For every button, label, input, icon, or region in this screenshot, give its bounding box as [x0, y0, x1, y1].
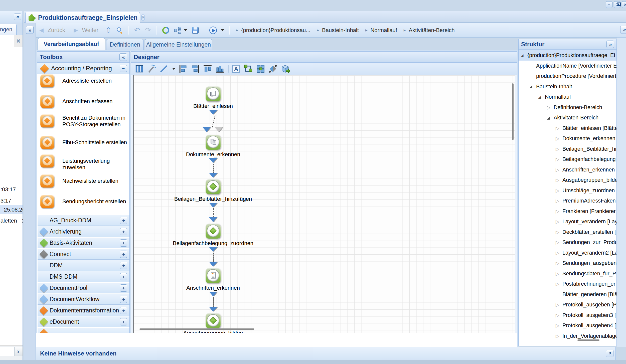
expanded-icon[interactable]: ◢	[547, 116, 554, 120]
close-button[interactable]: ×	[622, 1, 626, 8]
connector-out-icon[interactable]	[209, 203, 217, 208]
collapsed-icon[interactable]: ▷	[556, 156, 562, 162]
collapsed-icon[interactable]: ▷	[556, 146, 562, 152]
collapsed-icon[interactable]: ▷	[556, 323, 562, 328]
tree-item-umschl-ge-zuordnen[interactable]: ▷Umschläge_zuordnen	[519, 186, 616, 196]
tree-item-definitionen-bereich[interactable]: ▷Definitionen-Bereich	[519, 102, 616, 113]
document-tab[interactable]: Produktionsauftraege_Einspielen ×	[25, 12, 140, 23]
toolbox-group-dms-ddm[interactable]: DMS-DDM+	[38, 271, 129, 282]
horizontal-scrollbar[interactable]	[139, 328, 254, 330]
tree-item-baustein-inhalt[interactable]: ◢Baustein-Inhalt	[519, 82, 616, 92]
tab-allgemeine-einstellungen[interactable]: Allgemeine Einstellungen	[145, 39, 212, 50]
expand-group-button[interactable]: +	[120, 251, 127, 258]
connector-out-icon[interactable]	[209, 292, 217, 296]
expand-group-button[interactable]: +	[120, 262, 127, 269]
line-tool-icon[interactable]	[159, 64, 169, 74]
breadcrumb-item[interactable]: ▸Baustein-Inhalt	[317, 27, 359, 34]
toolbox-group-archivierung[interactable]: Archivierung+	[38, 226, 129, 237]
grid-layout-icon[interactable]	[256, 64, 266, 74]
transform-icon[interactable]	[268, 64, 278, 74]
tree-item-aktivit-ten-bereich[interactable]: ◢Aktivitäten-Bereich	[519, 113, 616, 123]
left-window-dropdown-button[interactable]: »	[15, 347, 23, 356]
collapsed-icon[interactable]: ▷	[556, 209, 562, 214]
collapsed-icon[interactable]: ▷	[556, 219, 562, 225]
hint-expand-button[interactable]: »	[606, 350, 613, 357]
run-icon[interactable]	[209, 27, 217, 34]
workflow-node-beilagenfachbelegung-zuordnen[interactable]	[206, 224, 221, 239]
collapse-left-panel-button[interactable]: «	[14, 13, 21, 20]
group-objects-icon[interactable]	[243, 64, 253, 74]
breadcrumb-item[interactable]: ▸Normallauf	[365, 27, 397, 34]
package-export-icon[interactable]	[280, 64, 290, 74]
toolbox-group-documentpool[interactable]: DocumentPool+	[38, 282, 129, 293]
minimize-button[interactable]: –	[606, 1, 612, 8]
collapsed-icon[interactable]: ▷	[556, 281, 562, 287]
toolbox-item[interactable]: Anschriften erfassen	[37, 95, 129, 109]
expanded-icon[interactable]: ◢	[529, 84, 536, 89]
list-item[interactable]: 3:17	[0, 196, 23, 205]
tree-item-bl-tter-einlesen-bl-tte[interactable]: ▷Blätter_einlesen [Blätte	[519, 123, 616, 133]
collapse-right-button[interactable]: «	[620, 26, 626, 34]
text-style-icon[interactable]: A	[231, 64, 241, 74]
struktur-expand-button[interactable]: »	[606, 41, 614, 48]
connector-in-icon[interactable]	[209, 307, 217, 312]
workflow-node-ausgabegruppen-bilden[interactable]	[206, 313, 221, 328]
expand-group-button[interactable]: +	[120, 239, 127, 247]
expand-group-button[interactable]: +	[120, 228, 127, 235]
run-dropdown-icon[interactable]	[221, 29, 224, 31]
collapsed-icon[interactable]: ▷	[556, 240, 562, 245]
magic-wand-icon[interactable]	[146, 64, 156, 74]
expand-group-button[interactable]: +	[120, 307, 127, 314]
toolbox-group-ag-druck-ddm[interactable]: AG_Druck-DDM+	[38, 215, 129, 226]
tree-item-anschriften-erkennen[interactable]: ▷Anschriften_erkennen	[519, 165, 616, 175]
toolbox-group-connect[interactable]: Connect+	[38, 249, 129, 260]
tree-item-sendungsdaten-f-r-p[interactable]: ▷Sendungsdaten_für_P	[519, 269, 616, 279]
left-window-tab[interactable]: ngen	[0, 24, 17, 35]
tree-item-productionprocedure-vordefiniert[interactable]: productionProcedure [Vordefiniert	[519, 71, 616, 81]
toolbox-group-basis-aktivit-ten[interactable]: Basis-Aktivitäten+	[38, 237, 129, 248]
collapsed-icon[interactable]: ▷	[556, 271, 562, 277]
collapsed-icon[interactable]: ▷	[556, 312, 562, 318]
collapsed-icon[interactable]: ▷	[556, 136, 562, 141]
tree-item-dokumente-erkennen[interactable]: ▷Dokumente_erkennen	[519, 133, 616, 144]
left-panel-close-button[interactable]: ×	[14, 35, 23, 47]
breadcrumb-item[interactable]: ▸{production}Produktionsau...	[236, 27, 310, 34]
expanded-icon[interactable]: ◢	[521, 53, 527, 58]
tree-item-layout-ver-ndern2-la[interactable]: ▷Layout_verändern2 [La	[519, 248, 616, 258]
tree-item-postabrechnungen-er[interactable]: ▷Postabrechnungen_er	[519, 279, 616, 289]
collapsed-icon[interactable]: ▷	[547, 105, 554, 110]
up-arrow-icon[interactable]: ⇧	[105, 26, 111, 34]
line-dropdown-icon[interactable]	[171, 64, 177, 74]
collapsed-icon[interactable]: ▷	[556, 188, 562, 194]
align-top-icon[interactable]	[203, 64, 213, 74]
collapsed-icon[interactable]: ▷	[556, 125, 562, 131]
workflow-node-beilagen-beibl-tter-hinzuf-gen[interactable]	[206, 179, 221, 194]
vertical-scrollbar[interactable]	[512, 83, 514, 140]
tree-item-normallauf[interactable]: ◢Normallauf	[519, 92, 616, 102]
toolbox-item[interactable]: Leistungsverteilung zuweisen	[37, 154, 129, 168]
tab-verarbeitungsablauf[interactable]: Verarbeitungsablauf	[38, 38, 105, 50]
connector-out-icon[interactable]	[209, 247, 217, 252]
expanded-icon[interactable]: ◢	[538, 95, 545, 99]
tree-item-ausgabegruppen-bilde[interactable]: ▷Ausgabegruppen_bilde	[519, 175, 616, 185]
expand-group-button[interactable]: +	[120, 318, 127, 325]
breadcrumb-item[interactable]: ▸Aktivitäten-Bereich	[404, 27, 455, 34]
toolbox-group-accounting[interactable]: Accounting / Reporting −	[37, 63, 129, 74]
columns-icon[interactable]	[134, 64, 144, 74]
toolbox-group-documentworkflow[interactable]: DocumentWorkflow+	[38, 294, 129, 305]
list-item[interactable]: aletten - 2	[0, 216, 23, 225]
tree-item-protokoll-ausgeben4-[interactable]: ▷Protokoll_ausgeben4 [	[519, 320, 616, 331]
toolbox-item[interactable]: Bericht zu Dokumenten inPOSY-Storage ers…	[37, 114, 129, 128]
redo-icon[interactable]: ↷	[145, 26, 151, 34]
toolbox-group-partial[interactable]	[38, 327, 129, 333]
designer-canvas[interactable]: Blätter_einlesenDokumente_erkennenBeilag…	[133, 75, 515, 333]
tree-item-beilagen-beibl-tter-hi[interactable]: ▷Beilagen_Beiblätter_hi	[519, 144, 616, 154]
tree-item--production-produktionsauftraege-ei[interactable]: ◢{production}Produktionsauftraege_Ei	[519, 50, 616, 61]
connector-in-icon[interactable]	[203, 127, 211, 132]
expand-group-button[interactable]: +	[120, 296, 127, 303]
tree-item-bl-tter-generieren-bl-[interactable]: Blätter_generieren [Blä	[519, 289, 616, 300]
collapsed-icon[interactable]: ▷	[556, 229, 562, 235]
connector-out-icon[interactable]	[209, 110, 217, 115]
restore-button[interactable]	[614, 1, 620, 8]
toolbox-group-ddm[interactable]: DDM+	[38, 260, 129, 271]
